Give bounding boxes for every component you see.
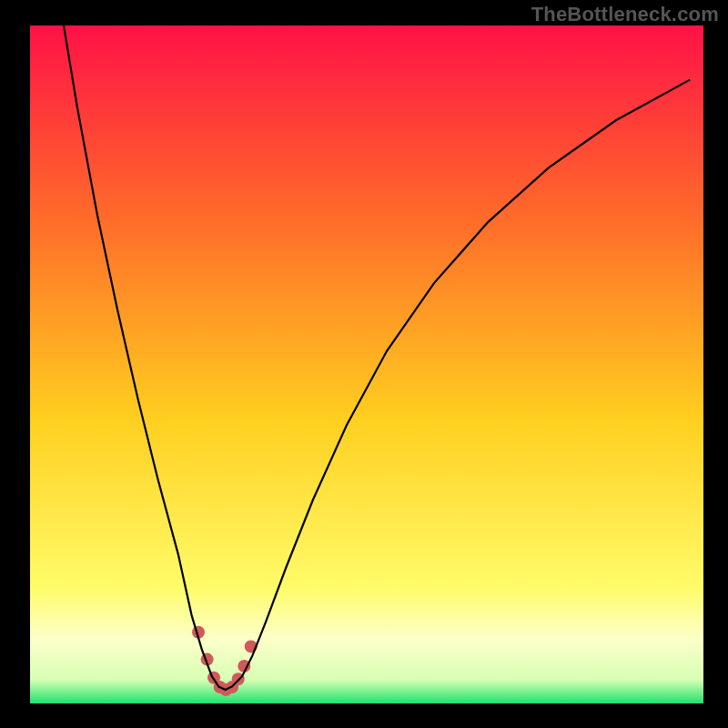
plot-area (30, 25, 703, 703)
chart-svg (0, 0, 728, 728)
chart-frame: TheBottleneck.com (0, 0, 728, 728)
watermark-text: TheBottleneck.com (531, 3, 719, 26)
plot-background (30, 25, 703, 703)
